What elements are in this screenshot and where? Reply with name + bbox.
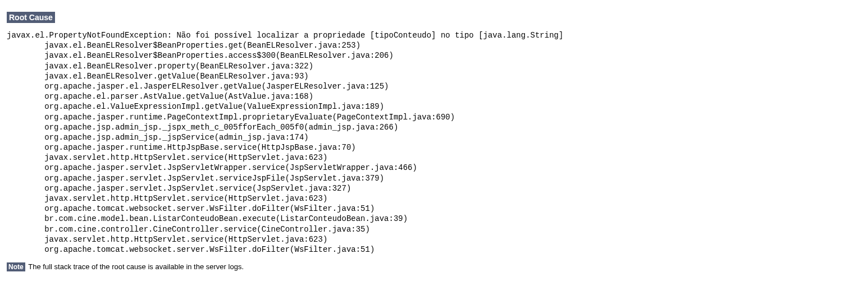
note-label: Note <box>7 262 25 271</box>
note-row: Note The full stack trace of the root ca… <box>7 262 861 271</box>
root-cause-header: Root Cause <box>7 12 55 23</box>
stack-trace: javax.el.PropertyNotFoundException: Não … <box>7 30 861 255</box>
note-text: The full stack trace of the root cause i… <box>28 262 244 271</box>
